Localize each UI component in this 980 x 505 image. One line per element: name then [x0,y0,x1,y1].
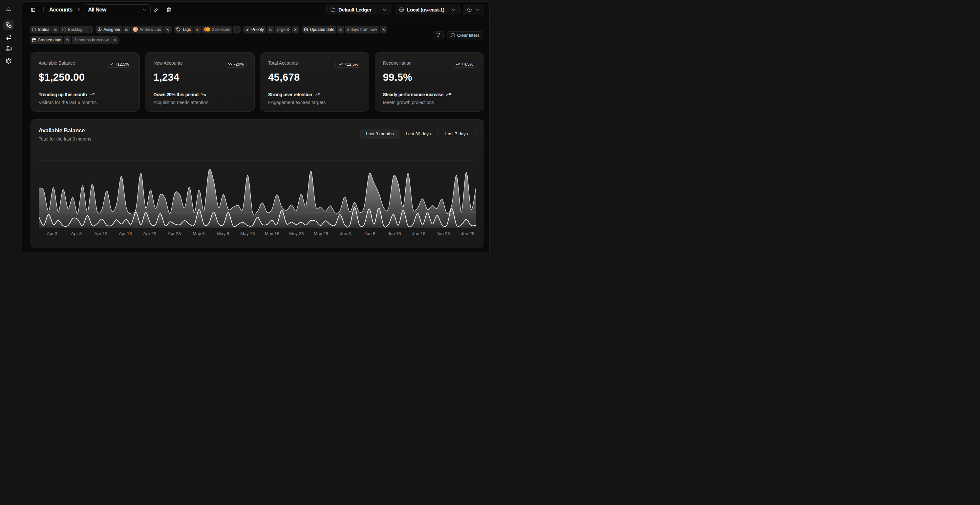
svg-text:Apr 18: Apr 18 [119,231,132,236]
svg-text:Apr 28: Apr 28 [168,231,181,236]
svg-text:May 13: May 13 [240,231,255,236]
svg-text:Apr 13: Apr 13 [94,231,107,236]
svg-text:Jun 13: Jun 13 [388,231,401,236]
svg-text:Jun 23: Jun 23 [436,231,450,236]
svg-text:May 23: May 23 [289,231,304,236]
svg-text:Jun 18: Jun 18 [412,231,426,236]
svg-text:May 18: May 18 [265,231,279,236]
svg-text:Apr 23: Apr 23 [143,231,156,236]
svg-text:May 8: May 8 [217,231,229,236]
svg-text:Apr 3: Apr 3 [47,231,57,236]
svg-text:May 29: May 29 [314,231,328,236]
svg-text:Jun 8: Jun 8 [364,231,375,236]
svg-text:Jun 29: Jun 29 [461,231,474,236]
svg-text:Apr 8: Apr 8 [71,231,82,236]
svg-text:May 3: May 3 [192,231,205,236]
svg-text:Jun 3: Jun 3 [340,231,351,236]
